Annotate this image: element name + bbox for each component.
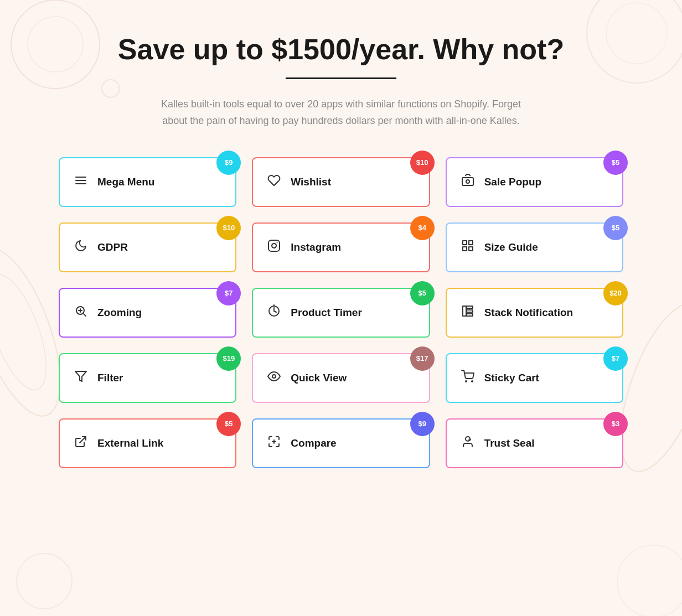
price-badge-zooming: $7	[216, 281, 241, 306]
feature-label-zooming: Zooming	[97, 307, 142, 319]
feature-card-wishlist[interactable]: $10Wishlist	[252, 157, 430, 207]
price-badge-size-guide: $5	[603, 216, 628, 240]
feature-card-quick-view[interactable]: $17Quick View	[252, 353, 430, 403]
feature-label-external-link: External Link	[97, 437, 163, 449]
moon-icon	[73, 239, 89, 256]
heart-icon	[266, 174, 282, 190]
page-title: Save up to $1500/year. Why not?	[59, 33, 623, 66]
feature-card-filter[interactable]: $19Filter	[59, 353, 236, 403]
filter-icon	[73, 370, 89, 386]
feature-label-filter: Filter	[97, 372, 123, 384]
svg-point-32	[272, 375, 276, 378]
feature-card-instagram[interactable]: $4Instagram	[252, 222, 430, 272]
feature-card-stack-notification[interactable]: $20Stack Notification	[446, 288, 623, 338]
svg-rect-18	[469, 241, 473, 245]
svg-rect-27	[463, 306, 466, 316]
svg-rect-13	[462, 178, 473, 185]
title-underline	[286, 77, 396, 79]
timer-icon	[266, 304, 282, 321]
feature-label-wishlist: Wishlist	[291, 176, 331, 188]
price-badge-compare: $9	[410, 412, 435, 436]
feature-label-quick-view: Quick View	[291, 372, 347, 384]
price-badge-product-timer: $5	[410, 281, 435, 306]
svg-point-14	[466, 180, 469, 183]
svg-rect-20	[469, 247, 473, 251]
price-badge-gdpr: $10	[216, 216, 241, 240]
stack-icon	[460, 304, 476, 321]
svg-point-33	[466, 381, 467, 382]
zoom-icon	[73, 304, 89, 321]
external-link-icon	[73, 435, 89, 452]
eye-icon	[266, 370, 282, 386]
compare-icon	[266, 435, 282, 452]
svg-line-22	[84, 314, 86, 316]
feature-label-mega-menu: Mega Menu	[97, 176, 154, 188]
feature-card-mega-menu[interactable]: $9Mega Menu	[59, 157, 236, 207]
feature-card-compare[interactable]: $9Compare	[252, 418, 430, 468]
feature-card-sticky-cart[interactable]: $7Sticky Cart	[446, 353, 623, 403]
trust-icon	[460, 435, 476, 452]
feature-label-trust-seal: Trust Seal	[484, 437, 535, 449]
feature-label-product-timer: Product Timer	[291, 307, 361, 319]
svg-point-34	[472, 381, 473, 382]
price-badge-wishlist: $10	[410, 151, 435, 175]
cart-icon	[460, 370, 476, 386]
svg-rect-15	[268, 240, 280, 251]
feature-card-gdpr[interactable]: $10GDPR	[59, 222, 236, 272]
grid-icon	[460, 239, 476, 256]
price-badge-filter: $19	[216, 346, 241, 371]
svg-rect-29	[467, 310, 473, 312]
svg-point-9	[617, 545, 682, 616]
price-badge-external-link: $5	[216, 412, 241, 436]
page-subtitle: Kalles built-in tools equal to over 20 a…	[147, 96, 535, 130]
svg-rect-17	[463, 241, 467, 245]
camera-icon	[460, 174, 476, 190]
features-grid: $9Mega Menu$10Wishlist$5Sale Popup$10GDP…	[59, 157, 623, 468]
price-badge-sticky-cart: $7	[603, 346, 628, 371]
feature-card-external-link[interactable]: $5External Link	[59, 418, 236, 468]
svg-line-35	[80, 437, 86, 443]
feature-label-sticky-cart: Sticky Cart	[484, 372, 539, 384]
feature-label-stack-notification: Stack Notification	[484, 307, 573, 319]
svg-rect-19	[463, 247, 467, 251]
menu-icon	[73, 174, 89, 190]
feature-label-size-guide: Size Guide	[484, 241, 538, 253]
page-header: Save up to $1500/year. Why not? Kalles b…	[59, 33, 623, 130]
svg-rect-30	[467, 314, 473, 316]
price-badge-stack-notification: $20	[603, 281, 628, 306]
price-badge-mega-menu: $9	[216, 151, 241, 175]
feature-card-sale-popup[interactable]: $5Sale Popup	[446, 157, 623, 207]
price-badge-quick-view: $17	[410, 346, 435, 371]
svg-point-8	[17, 553, 72, 609]
instagram-icon	[266, 239, 282, 256]
feature-card-product-timer[interactable]: $5Product Timer	[252, 288, 430, 338]
feature-label-gdpr: GDPR	[97, 241, 128, 253]
svg-marker-31	[75, 371, 86, 381]
feature-label-compare: Compare	[291, 437, 336, 449]
price-badge-instagram: $4	[410, 216, 435, 240]
feature-card-zooming[interactable]: $7Zooming	[59, 288, 236, 338]
svg-rect-28	[467, 306, 473, 308]
feature-card-trust-seal[interactable]: $3Trust Seal	[446, 418, 623, 468]
price-badge-trust-seal: $3	[603, 412, 628, 436]
price-badge-sale-popup: $5	[603, 151, 628, 175]
feature-label-instagram: Instagram	[291, 241, 341, 253]
feature-card-size-guide[interactable]: $5Size Guide	[446, 222, 623, 272]
feature-label-sale-popup: Sale Popup	[484, 176, 541, 188]
